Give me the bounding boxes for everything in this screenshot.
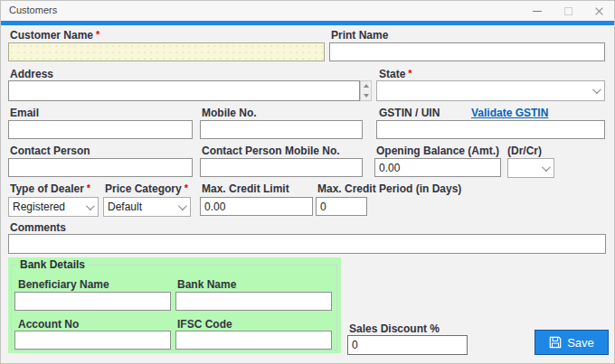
accent-bar (1, 21, 614, 25)
price-category-value: Default (108, 201, 142, 213)
scroll-down-icon (364, 94, 369, 98)
state-label: State* (379, 68, 412, 80)
type-of-dealer-combobox[interactable]: Registered (8, 197, 99, 217)
customer-name-input[interactable] (8, 42, 325, 61)
close-icon (594, 6, 604, 16)
account-no-label: Account No (18, 318, 79, 331)
required-asterisk: * (184, 182, 188, 193)
contact-person-mobile-input[interactable] (200, 158, 363, 177)
customers-dialog: Customers Customer Name* Print Name Addr… (0, 0, 615, 364)
bank-name-label: Bank Name (177, 278, 236, 291)
maximize-icon (564, 7, 572, 15)
validate-gstin-link[interactable]: Validate GSTIN (471, 107, 548, 119)
drcr-combobox[interactable] (507, 158, 554, 178)
comments-label: Comments (10, 221, 66, 234)
contact-person-label: Contact Person (10, 145, 90, 157)
chevron-down-icon (592, 85, 601, 94)
comments-input[interactable] (8, 234, 606, 254)
price-category-combobox[interactable]: Default (103, 197, 191, 217)
scroll-up-icon (364, 84, 369, 88)
sales-discount-input[interactable] (347, 335, 468, 355)
opening-balance-input[interactable] (374, 158, 501, 177)
close-button[interactable] (583, 1, 614, 21)
state-combobox[interactable] (376, 80, 605, 101)
contact-person-input[interactable] (8, 158, 193, 177)
type-of-dealer-value: Registered (13, 201, 65, 213)
type-of-dealer-label: Type of Dealer* (10, 182, 90, 195)
email-input[interactable] (8, 120, 193, 139)
email-label: Email (10, 107, 39, 119)
price-category-label: Price Category* (105, 182, 188, 195)
address-label: Address (10, 68, 53, 80)
chevron-down-icon (542, 163, 551, 172)
account-no-input[interactable] (14, 331, 171, 350)
minimize-icon (533, 11, 542, 12)
address-input[interactable] (8, 80, 360, 101)
required-asterisk: * (96, 29, 99, 40)
beneficiary-name-input[interactable] (14, 292, 171, 311)
maximize-button[interactable] (553, 1, 583, 21)
mobile-no-label: Mobile No. (202, 107, 257, 119)
gstin-input[interactable] (376, 120, 605, 139)
save-button[interactable]: Save (535, 330, 609, 355)
bank-name-input[interactable] (175, 292, 332, 311)
drcr-label: (Dr/Cr) (507, 145, 542, 157)
save-icon (549, 336, 562, 349)
titlebar: Customers (1, 1, 614, 21)
opening-balance-label: Opening Balance (Amt.) (376, 145, 499, 157)
print-name-input[interactable] (329, 42, 605, 61)
max-credit-limit-label: Max. Credit Limit (202, 182, 289, 195)
max-credit-period-input[interactable] (316, 197, 367, 216)
required-asterisk: * (87, 182, 90, 193)
chevron-down-icon (178, 201, 187, 210)
required-asterisk: * (408, 68, 412, 79)
contact-person-mobile-label: Contact Person Mobile No. (202, 145, 340, 157)
max-credit-period-label: Max. Credit Period (in Days) (317, 182, 461, 195)
print-name-label: Print Name (331, 29, 388, 42)
bank-details-title: Bank Details (17, 258, 88, 271)
address-scrollbar[interactable] (360, 80, 372, 101)
beneficiary-name-label: Beneficiary Name (18, 278, 109, 291)
customer-name-label: Customer Name* (10, 29, 99, 42)
mobile-no-input[interactable] (200, 120, 363, 139)
max-credit-limit-input[interactable] (200, 197, 313, 216)
chevron-down-icon (86, 201, 95, 210)
gstin-label: GSTIN / UIN (379, 107, 440, 119)
save-button-label: Save (567, 336, 594, 350)
window-title: Customers (9, 5, 57, 15)
bank-details-panel: Bank Details Beneficiary Name Bank Name … (8, 257, 341, 353)
minimize-button[interactable] (522, 1, 553, 21)
ifsc-code-input[interactable] (175, 331, 332, 350)
ifsc-code-label: IFSC Code (177, 318, 232, 331)
sales-discount-label: Sales Discount % (349, 322, 440, 335)
